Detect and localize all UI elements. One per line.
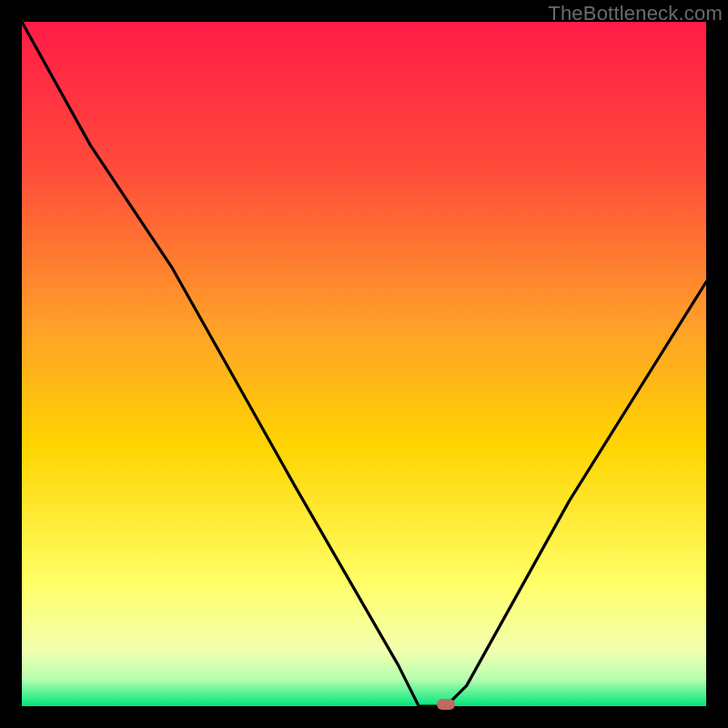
chart-svg xyxy=(22,22,706,706)
plot-area xyxy=(22,22,706,706)
chart-frame: TheBottleneck.com xyxy=(0,0,728,728)
watermark-text: TheBottleneck.com xyxy=(548,2,723,25)
optimal-marker xyxy=(437,699,455,710)
